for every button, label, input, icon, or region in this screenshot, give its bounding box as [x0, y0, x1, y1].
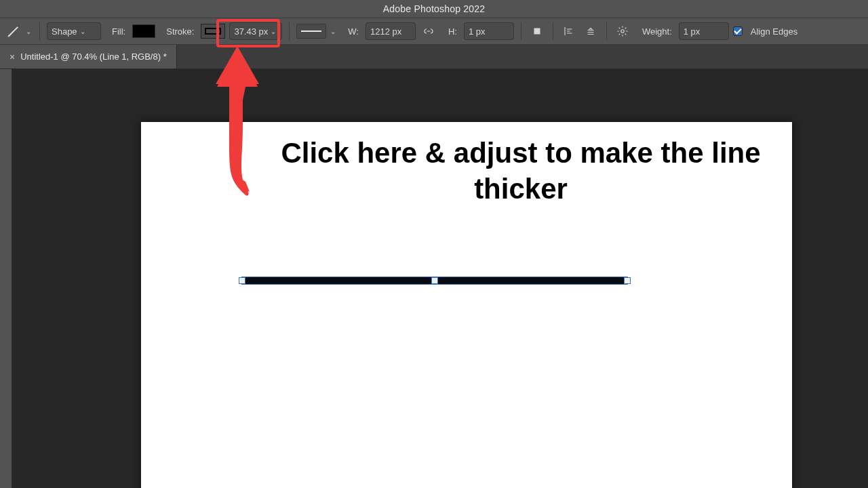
app-title: Adobe Photoshop 2022: [0, 0, 868, 18]
separator: [39, 22, 40, 40]
align-edges-checkbox[interactable]: [733, 26, 743, 36]
height-label: H:: [441, 26, 460, 37]
document-tab[interactable]: × Untitled-1 @ 70.4% (Line 1, RGB/8) *: [0, 45, 177, 68]
svg-rect-0: [534, 28, 540, 35]
path-alignment-icon[interactable]: [560, 22, 578, 40]
weight-value: 1 px: [684, 26, 724, 37]
separator: [289, 22, 290, 40]
transform-handle-left[interactable]: [239, 277, 245, 284]
stroke-width-field[interactable]: 37.43 px ⌄: [229, 22, 282, 40]
chevron-down-icon: ⌄: [80, 28, 87, 35]
close-icon[interactable]: ×: [9, 52, 15, 62]
separator: [553, 22, 553, 40]
shape-mode-label: Shape: [52, 26, 77, 37]
vertical-ruler: [0, 69, 12, 488]
canvas[interactable]: Click here & adjust to make the line thi…: [141, 122, 792, 488]
transform-handle-middle[interactable]: [431, 277, 438, 284]
separator: [521, 22, 521, 40]
line-tool-icon[interactable]: [4, 22, 22, 40]
path-operations-icon[interactable]: [528, 22, 546, 40]
weight-label: Weight:: [635, 26, 675, 37]
shape-mode-dropdown[interactable]: Shape ⌄: [47, 22, 101, 40]
align-edges-label: Align Edges: [747, 26, 800, 37]
gear-icon[interactable]: [614, 22, 631, 40]
svg-point-1: [621, 30, 625, 33]
options-bar: ⌄ Shape ⌄ Fill: Stroke: 37.43 px ⌄ ⌄ W: …: [0, 18, 868, 45]
width-value: 1212 px: [370, 26, 411, 37]
stroke-type-dropdown[interactable]: [296, 24, 326, 39]
weight-field[interactable]: 1 px: [679, 22, 729, 40]
link-wh-icon[interactable]: [420, 22, 437, 40]
height-value: 1 px: [469, 26, 509, 37]
height-field[interactable]: 1 px: [464, 22, 514, 40]
stroke-width-value: 37.43 px: [234, 26, 268, 37]
document-tab-bar: × Untitled-1 @ 70.4% (Line 1, RGB/8) *: [0, 45, 868, 69]
chevron-down-icon[interactable]: ⌄: [330, 28, 337, 35]
transform-handle-right[interactable]: [624, 277, 631, 284]
chevron-down-icon: ⌄: [271, 28, 277, 35]
stroke-label: Stroke:: [159, 26, 197, 37]
annotation-text: Click here & adjust to make the line thi…: [256, 136, 785, 207]
path-arrangement-icon[interactable]: [582, 22, 599, 40]
stroke-color-swatch[interactable]: [201, 24, 225, 39]
fill-label: Fill:: [105, 26, 128, 37]
width-label: W:: [341, 26, 361, 37]
document-tab-label: Untitled-1 @ 70.4% (Line 1, RGB/8) *: [20, 52, 167, 62]
separator: [606, 22, 607, 40]
canvas-viewport[interactable]: Click here & adjust to make the line thi…: [12, 69, 868, 488]
fill-color-swatch[interactable]: [132, 24, 155, 38]
tool-preset-dropdown[interactable]: ⌄: [26, 28, 33, 35]
width-field[interactable]: 1212 px: [366, 22, 416, 40]
line-shape[interactable]: [241, 277, 628, 285]
